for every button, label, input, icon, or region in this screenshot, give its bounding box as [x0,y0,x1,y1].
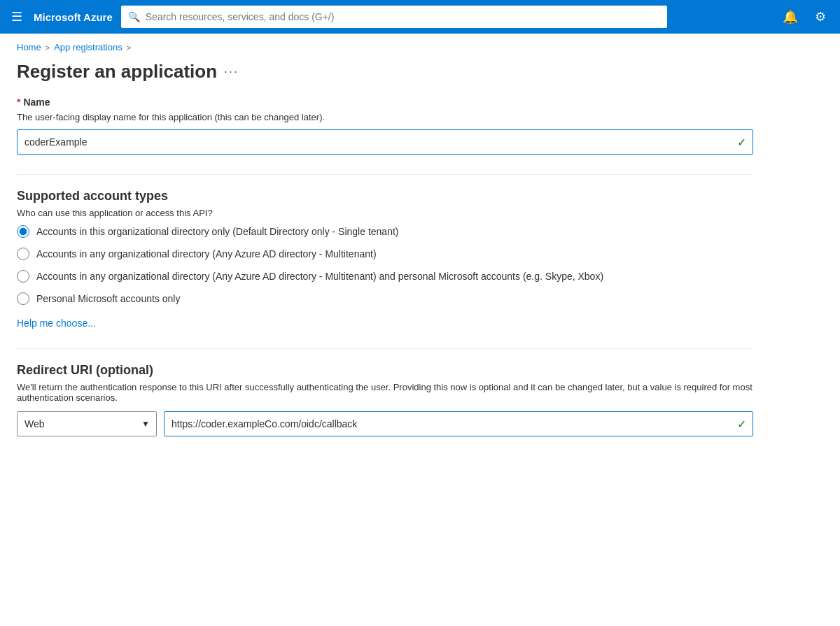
divider-1 [17,174,753,175]
page-header: Register an application ··· [0,55,840,97]
redirect-uri-title: Redirect URI (optional) [17,363,753,378]
redirect-uri-input[interactable] [164,411,753,436]
radio-option-3[interactable]: Accounts in any organizational directory… [17,270,753,283]
breadcrumb-home[interactable]: Home [17,42,41,52]
breadcrumb-sep-1: > [46,43,50,52]
radio-label-1: Accounts in this organizational director… [36,226,398,237]
top-navigation: ☰ Microsoft Azure 🔍 🔔 ⚙ [0,0,840,34]
redirect-uri-row: Web SPA Public client/native (mobile & d… [17,411,753,436]
name-field-label: * Name [17,97,753,108]
breadcrumb-sep-2: > [127,43,131,52]
radio-label-4: Personal Microsoft accounts only [36,293,180,304]
topnav-actions: 🔔 ⚙ [777,6,832,27]
global-search-box[interactable]: 🔍 [121,6,667,28]
name-label-text: Name [23,97,50,108]
name-field-description: The user-facing display name for this ap… [17,112,753,122]
breadcrumb-app-registrations[interactable]: App registrations [54,42,122,52]
page-title: Register an application [17,61,217,83]
uri-input-wrapper: ✓ [164,411,753,436]
account-types-radio-group: Accounts in this organizational director… [17,225,753,305]
name-input-wrapper: ✓ [17,129,753,155]
more-options-button[interactable]: ··· [224,64,239,79]
radio-label-3: Accounts in any organizational directory… [36,271,603,282]
brand-logo: Microsoft Azure [34,11,113,23]
radio-input-1[interactable] [17,225,29,238]
radio-option-2[interactable]: Accounts in any organizational directory… [17,248,753,260]
search-icon: 🔍 [128,11,140,22]
radio-input-2[interactable] [17,248,29,260]
radio-input-4[interactable] [17,292,29,305]
help-me-choose-link[interactable]: Help me choose... [17,318,96,329]
radio-option-4[interactable]: Personal Microsoft accounts only [17,292,753,305]
radio-option-1[interactable]: Accounts in this organizational director… [17,225,753,238]
breadcrumb: Home > App registrations > [0,34,840,55]
name-section: * Name The user-facing display name for … [17,97,753,155]
required-star: * [17,97,20,108]
divider-2 [17,348,753,349]
main-content: * Name The user-facing display name for … [0,97,770,484]
search-input[interactable] [146,11,660,22]
radio-input-3[interactable] [17,270,29,283]
name-input[interactable] [17,129,753,155]
account-types-section: Supported account types Who can use this… [17,189,753,329]
settings-icon[interactable]: ⚙ [809,6,832,27]
platform-select[interactable]: Web SPA Public client/native (mobile & d… [17,411,157,436]
hamburger-menu-icon[interactable]: ☰ [8,6,25,27]
account-types-question: Who can use this application or access t… [17,208,753,218]
platform-select-wrapper: Web SPA Public client/native (mobile & d… [17,411,157,436]
name-input-check-icon: ✓ [737,136,746,149]
notifications-icon[interactable]: 🔔 [777,6,804,27]
redirect-uri-description: We'll return the authentication response… [17,382,753,403]
account-types-title: Supported account types [17,189,753,204]
redirect-uri-section: Redirect URI (optional) We'll return the… [17,363,753,436]
uri-input-check-icon: ✓ [737,418,746,431]
radio-label-2: Accounts in any organizational directory… [36,248,377,259]
